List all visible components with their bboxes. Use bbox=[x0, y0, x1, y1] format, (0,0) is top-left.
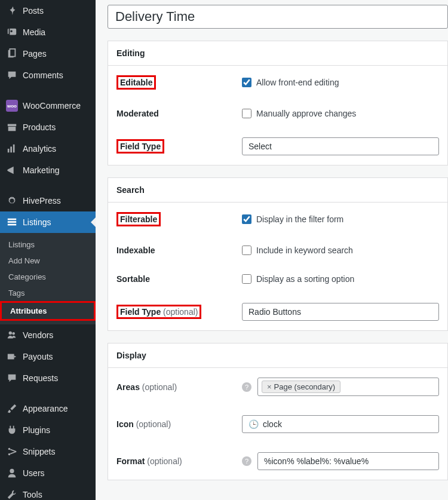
sidebar-item-pages[interactable]: Pages bbox=[0, 43, 96, 65]
sidebar-item-label: Media bbox=[23, 27, 45, 37]
sidebar-item-listings[interactable]: Listings bbox=[0, 211, 96, 233]
sidebar-item-snippets[interactable]: Snippets bbox=[0, 441, 96, 462]
plug-icon bbox=[6, 424, 18, 436]
indexable-description: Include in keyword search bbox=[256, 246, 353, 255]
sidebar-item-label: Tools bbox=[23, 490, 42, 499]
editable-description: Allow front-end editing bbox=[256, 78, 339, 87]
user-icon bbox=[6, 467, 18, 479]
pin-icon bbox=[6, 5, 18, 17]
users-icon bbox=[6, 329, 18, 341]
svg-rect-5 bbox=[8, 149, 10, 152]
sidebar-item-label: Posts bbox=[23, 6, 44, 16]
svg-rect-1 bbox=[10, 49, 15, 57]
sidebar-item-products[interactable]: Products bbox=[0, 116, 96, 138]
svg-rect-4 bbox=[8, 127, 16, 131]
icon-label: Icon bbox=[116, 419, 134, 429]
sidebar-item-label: Analytics bbox=[23, 144, 56, 154]
sidebar-item-vendors[interactable]: Vendors bbox=[0, 324, 96, 346]
gear-icon bbox=[6, 195, 18, 207]
panel-search-title: Search bbox=[108, 178, 153, 202]
areas-tag[interactable]: ×Page (secondary) bbox=[262, 381, 340, 393]
panel-editing-title: Editing bbox=[108, 41, 153, 65]
sidebar-item-analytics[interactable]: Analytics bbox=[0, 138, 96, 159]
submenu-tags[interactable]: Tags bbox=[0, 285, 96, 301]
help-icon[interactable]: ? bbox=[242, 382, 251, 392]
sidebar-item-marketing[interactable]: Marketing bbox=[0, 159, 96, 181]
sidebar-item-posts[interactable]: Posts bbox=[0, 0, 96, 22]
wrench-icon bbox=[6, 489, 18, 500]
sidebar-item-hivepress[interactable]: HivePress bbox=[0, 190, 96, 211]
panel-editing: Editing Editable Allow front-end editing… bbox=[108, 41, 448, 165]
sidebar-item-label: Comments bbox=[23, 70, 63, 80]
list-icon bbox=[6, 216, 18, 228]
sidebar-item-label: Listings bbox=[23, 217, 51, 227]
sidebar-item-label: Payouts bbox=[23, 352, 53, 361]
svg-point-12 bbox=[12, 332, 15, 335]
editable-label: Editable bbox=[116, 75, 156, 90]
indexable-checkbox[interactable] bbox=[242, 246, 251, 255]
attribute-title-input[interactable] bbox=[108, 5, 448, 29]
search-fieldtype-select[interactable]: Radio Buttons bbox=[242, 303, 439, 321]
sidebar-item-label: Plugins bbox=[23, 425, 50, 435]
sidebar-item-comments[interactable]: Comments bbox=[0, 65, 96, 86]
filterable-description: Display in the filter form bbox=[256, 214, 343, 224]
format-opt: (optional) bbox=[147, 456, 182, 466]
sidebar-item-plugins[interactable]: Plugins bbox=[0, 419, 96, 441]
sortable-checkbox[interactable] bbox=[242, 274, 251, 284]
sidebar-item-woocommerce[interactable]: woo WooCommerce bbox=[0, 95, 96, 116]
submenu-attributes[interactable]: Attributes bbox=[2, 303, 94, 319]
editable-checkbox[interactable] bbox=[242, 78, 251, 87]
sidebar-item-label: Requests bbox=[23, 373, 58, 383]
areas-opt: (optional) bbox=[142, 382, 177, 392]
bars-icon bbox=[6, 143, 18, 155]
editing-fieldtype-label: Field Type bbox=[116, 139, 164, 154]
sidebar-item-users[interactable]: Users bbox=[0, 462, 96, 484]
svg-rect-10 bbox=[8, 224, 16, 226]
sidebar-item-label: Vendors bbox=[23, 330, 53, 340]
search-fieldtype-label: Field Type bbox=[120, 307, 161, 317]
pages-icon bbox=[6, 48, 18, 60]
sidebar-item-label: Snippets bbox=[23, 447, 55, 456]
submenu-listings: Listings Add New Categories Tags Attribu… bbox=[0, 233, 96, 324]
woo-icon: woo bbox=[6, 100, 18, 112]
svg-point-15 bbox=[8, 453, 11, 456]
sidebar-item-label: Marketing bbox=[23, 165, 59, 175]
icon-select[interactable]: 🕒 clock bbox=[242, 415, 439, 433]
search-fieldtype-opt: (optional) bbox=[163, 307, 198, 317]
submenu-add-new[interactable]: Add New bbox=[0, 253, 96, 269]
media-icon bbox=[6, 26, 18, 38]
filterable-checkbox[interactable] bbox=[242, 214, 251, 224]
sidebar-item-appearance[interactable]: Appearance bbox=[0, 398, 96, 419]
sortable-label: Sortable bbox=[116, 274, 242, 284]
content-area: Editing Editable Allow front-end editing… bbox=[96, 0, 448, 500]
sidebar-item-label: HivePress bbox=[23, 196, 61, 205]
panel-search: Search Filterable Display in the filter … bbox=[108, 177, 448, 331]
svg-rect-6 bbox=[10, 146, 12, 152]
brush-icon bbox=[6, 403, 18, 415]
format-input[interactable] bbox=[257, 452, 439, 470]
svg-rect-7 bbox=[13, 145, 15, 153]
help-icon[interactable]: ? bbox=[242, 456, 251, 466]
submenu-categories[interactable]: Categories bbox=[0, 269, 96, 285]
sidebar-item-requests[interactable]: Requests bbox=[0, 367, 96, 389]
comment-icon bbox=[6, 69, 18, 81]
panel-display-title: Display bbox=[108, 343, 155, 367]
sidebar-item-label: WooCommerce bbox=[23, 101, 81, 111]
icon-opt: (optional) bbox=[136, 419, 171, 429]
megaphone-icon bbox=[6, 164, 18, 176]
sidebar-item-label: Users bbox=[23, 468, 45, 478]
sidebar-item-media[interactable]: Media bbox=[0, 22, 96, 43]
sidebar-item-payouts[interactable]: Payouts bbox=[0, 346, 96, 367]
editing-fieldtype-select[interactable]: Select bbox=[242, 137, 439, 155]
sidebar-item-label: Pages bbox=[23, 49, 47, 59]
panel-display: Display Areas (optional) ? ×Page (second… bbox=[108, 343, 448, 480]
svg-rect-3 bbox=[8, 124, 16, 127]
moderated-description: Manually approve changes bbox=[256, 109, 356, 118]
moderated-checkbox[interactable] bbox=[242, 109, 251, 118]
sidebar-item-label: Products bbox=[23, 122, 56, 132]
indexable-label: Indexable bbox=[116, 246, 242, 255]
remove-tag-icon[interactable]: × bbox=[267, 382, 272, 391]
submenu-listings-list[interactable]: Listings bbox=[0, 237, 96, 253]
areas-select[interactable]: ×Page (secondary) bbox=[257, 378, 439, 396]
sidebar-item-tools[interactable]: Tools bbox=[0, 484, 96, 500]
